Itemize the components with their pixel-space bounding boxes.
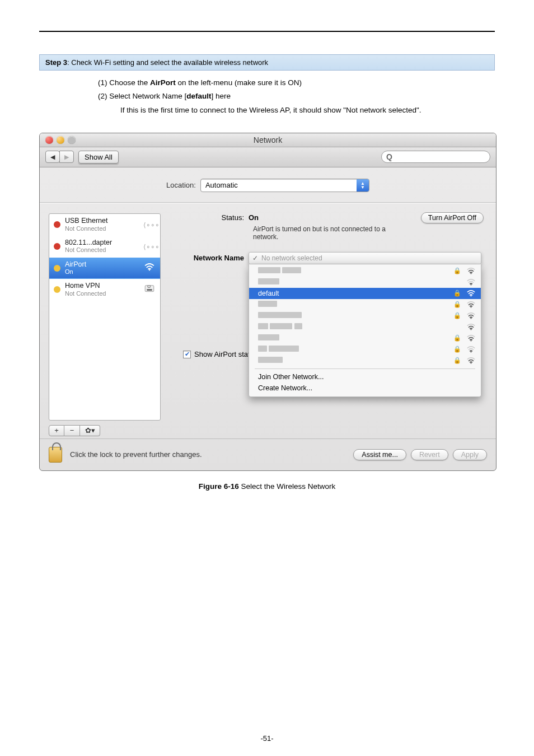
lock-icon: 🔒 (453, 312, 461, 319)
remove-interface-button[interactable]: − (64, 425, 80, 436)
network-item[interactable]: default 🔒 (249, 288, 481, 299)
location-dropdown[interactable]: Automatic ▲▼ (200, 179, 369, 192)
interface-type-icon (143, 285, 156, 295)
network-name-label: Network Name (173, 254, 249, 262)
apply-button[interactable]: Apply (453, 449, 487, 460)
search-input[interactable]: Q (381, 151, 490, 163)
svg-point-4 (471, 284, 472, 285)
network-item[interactable]: 🔒 (249, 310, 481, 321)
step-header: Step 3: Check Wi-Fi setting and select t… (39, 54, 495, 71)
join-other-network[interactable]: Join Other Network... (249, 371, 481, 382)
gear-menu-button[interactable]: ✿▾ (80, 425, 100, 436)
assist-me-button[interactable]: Assist me... (353, 449, 406, 460)
lock-icon: 🔒 (453, 346, 461, 353)
lock-icon: 🔒 (453, 267, 461, 274)
sidebar-item[interactable]: AirPort On (49, 258, 160, 279)
svg-point-5 (471, 295, 472, 296)
lock-icon: 🔒 (453, 357, 461, 364)
page-number: -51- (0, 734, 534, 743)
turn-airport-off-button[interactable]: Turn AirPort Off (421, 212, 484, 223)
figure-caption: Figure 6-16 Select the Wireless Network (39, 482, 495, 491)
zoom-icon[interactable] (68, 136, 76, 144)
interface-type-icon: ⟨∘∘∘⟩ (143, 242, 156, 251)
network-item[interactable]: 🔒 (249, 333, 481, 344)
status-value: On (249, 213, 259, 222)
network-item[interactable]: 🔒 (249, 344, 481, 355)
lock-icon[interactable] (49, 447, 62, 463)
lock-icon: 🔒 (453, 334, 461, 342)
status-label: Status: (173, 213, 249, 222)
network-item[interactable]: 🔒 (249, 321, 481, 333)
search-icon: Q (386, 152, 392, 161)
svg-point-11 (471, 362, 472, 363)
forward-button[interactable]: ▶ (59, 151, 74, 163)
close-icon[interactable] (45, 136, 53, 144)
lock-text: Click the lock to prevent further change… (70, 450, 349, 459)
network-window: Network ◀ ▶ Show All Q Location: Automat… (39, 133, 496, 471)
svg-point-6 (471, 306, 472, 307)
network-item[interactable]: 🔒 (249, 277, 481, 288)
location-label: Location: (166, 181, 196, 189)
lock-icon: 🔒 (453, 290, 461, 297)
status-description: AirPort is turned on but is not connecte… (253, 225, 410, 241)
network-item[interactable]: 🔒 (249, 355, 481, 366)
show-all-button[interactable]: Show All (78, 151, 119, 164)
interface-sidebar: USB Ethernet Not Connected ⟨∘∘∘⟩ 802.11.… (49, 213, 161, 421)
svg-point-7 (471, 318, 472, 319)
show-menubar-checkbox[interactable]: ✔ (183, 351, 191, 358)
interface-type-icon: ⟨∘∘∘⟩ (143, 220, 156, 229)
svg-rect-1 (145, 286, 154, 292)
create-network[interactable]: Create Network... (249, 382, 481, 396)
revert-button[interactable]: Revert (411, 449, 448, 460)
network-name-dropdown[interactable]: ✓ No network selected 🔒 🔒 default 🔒 (249, 252, 481, 264)
check-icon: ✓ (252, 254, 258, 262)
svg-point-10 (471, 351, 472, 352)
lock-icon: 🔒 (453, 301, 461, 308)
chevron-up-down-icon: ▲▼ (357, 179, 369, 192)
sidebar-item[interactable]: USB Ethernet Not Connected ⟨∘∘∘⟩ (49, 214, 160, 236)
svg-point-9 (471, 340, 472, 341)
minimize-icon[interactable] (57, 136, 64, 144)
window-title: Network (40, 136, 496, 144)
sidebar-item[interactable]: Home VPN Not Connected (49, 279, 160, 301)
add-interface-button[interactable]: + (49, 425, 64, 436)
svg-point-0 (149, 269, 150, 270)
network-item[interactable]: 🔒 (249, 299, 481, 310)
svg-point-8 (471, 329, 472, 330)
interface-type-icon (143, 263, 156, 273)
svg-point-3 (471, 273, 472, 274)
instructions: (1) Choose the AirPort on the left-menu … (39, 76, 495, 117)
back-button[interactable]: ◀ (45, 151, 60, 163)
sidebar-item[interactable]: 802.11...dapter Not Connected ⟨∘∘∘⟩ (49, 236, 160, 258)
network-item[interactable]: 🔒 (249, 265, 481, 277)
